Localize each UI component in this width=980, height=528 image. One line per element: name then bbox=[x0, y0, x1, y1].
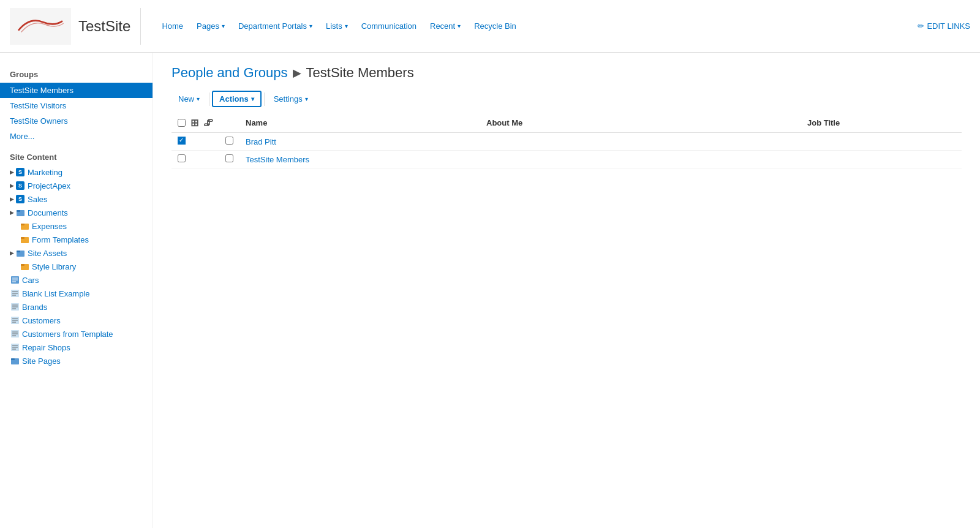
row-checkbox-2[interactable] bbox=[178, 154, 186, 162]
breadcrumb: People and Groups ▶ TestSite Members bbox=[172, 65, 962, 81]
documents-icon bbox=[15, 208, 25, 217]
sidebar: Groups TestSite Members TestSite Visitor… bbox=[0, 53, 153, 528]
new-chevron-icon: ▾ bbox=[197, 96, 200, 102]
projectapex-chevron: ▶ bbox=[10, 183, 14, 189]
sidebar-item-customers-from-template[interactable]: Customers from Template bbox=[0, 327, 153, 341]
svg-rect-5 bbox=[21, 237, 24, 239]
main-nav: Home Pages▾ Department Portals▾ Lists▾ C… bbox=[156, 18, 970, 34]
row-checkbox-checked[interactable] bbox=[178, 137, 186, 145]
sidebar-item-brands[interactable]: Brands bbox=[0, 300, 153, 314]
row-job-cell bbox=[801, 133, 962, 151]
settings-chevron-icon: ▾ bbox=[305, 96, 308, 102]
sales-chevron: ▶ bbox=[10, 196, 14, 202]
toolbar-divider-2 bbox=[264, 92, 265, 106]
row-name-cell-2: TestSite Members bbox=[239, 151, 480, 168]
sidebar-item-form-templates[interactable]: Form Templates bbox=[0, 233, 153, 246]
sidebar-item-testsite-members[interactable]: TestSite Members bbox=[0, 83, 153, 98]
row-item-check-cell bbox=[219, 133, 239, 151]
svg-rect-1 bbox=[17, 210, 20, 212]
nav-dept-portals[interactable]: Department Portals▾ bbox=[232, 18, 318, 34]
sidebar-item-documents[interactable]: ▶ Documents bbox=[0, 206, 153, 219]
marketing-chevron: ▶ bbox=[10, 169, 14, 175]
logo-area: TestSite bbox=[10, 8, 141, 45]
row-check-cell-2 bbox=[172, 151, 219, 168]
sidebar-item-more[interactable]: More... bbox=[0, 129, 153, 144]
sidebar-item-repair-shops[interactable]: Repair Shops bbox=[0, 341, 153, 354]
toolbar: New ▾ Actions ▾ Settings ▾ bbox=[172, 91, 962, 107]
svg-rect-9 bbox=[21, 264, 24, 266]
sales-icon: S bbox=[15, 194, 25, 204]
documents-chevron: ▶ bbox=[10, 209, 14, 216]
nav-recycle-bin[interactable]: Recycle Bin bbox=[468, 18, 522, 34]
sidebar-item-testsite-owners[interactable]: TestSite Owners bbox=[0, 113, 153, 129]
col-header-job: Job Title bbox=[801, 113, 962, 133]
row-check-cell bbox=[172, 133, 219, 151]
row-name-link[interactable]: Brad Pitt bbox=[246, 137, 276, 146]
select-all-checkbox[interactable] bbox=[178, 119, 186, 127]
lists-chevron: ▾ bbox=[345, 23, 348, 29]
blank-list-icon bbox=[10, 289, 20, 298]
logo-svg bbox=[13, 11, 68, 42]
row-job-cell-2 bbox=[801, 151, 962, 168]
breadcrumb-link[interactable]: People and Groups bbox=[172, 65, 288, 81]
nav-communication[interactable]: Communication bbox=[355, 18, 423, 34]
site-content-title: Site Content bbox=[0, 144, 153, 165]
style-library-icon bbox=[20, 262, 29, 271]
nav-lists[interactable]: Lists▾ bbox=[320, 18, 354, 34]
row-name-cell: Brad Pitt bbox=[239, 133, 480, 151]
sidebar-item-sales[interactable]: ▶ S Sales bbox=[0, 192, 153, 206]
content-area: Groups TestSite Members TestSite Visitor… bbox=[0, 53, 980, 528]
actions-button[interactable]: Actions ▾ bbox=[212, 91, 262, 107]
customers-template-icon bbox=[10, 329, 20, 339]
edit-links-button[interactable]: ✏ EDIT LINKS bbox=[918, 21, 970, 31]
sidebar-item-cars[interactable]: Cars bbox=[0, 273, 153, 287]
nav-pages[interactable]: Pages▾ bbox=[190, 18, 231, 34]
row-item-checkbox-2[interactable] bbox=[225, 154, 233, 162]
col-header-about: About Me bbox=[480, 113, 801, 133]
row-about-cell-2 bbox=[480, 151, 801, 168]
col-header-row-check bbox=[219, 113, 239, 133]
cars-icon bbox=[10, 275, 20, 285]
sidebar-item-testsite-visitors[interactable]: TestSite Visitors bbox=[0, 98, 153, 113]
col-header-view-icon[interactable]: ⊞ bbox=[190, 117, 198, 129]
sidebar-item-blank-list[interactable]: Blank List Example bbox=[0, 287, 153, 300]
row-item-check-cell-2 bbox=[219, 151, 239, 168]
projectapex-icon: S bbox=[15, 181, 25, 190]
table-row: Brad Pitt bbox=[172, 133, 962, 151]
header: TestSite Home Pages▾ Department Portals▾… bbox=[0, 0, 980, 53]
nav-home[interactable]: Home bbox=[156, 18, 189, 34]
sidebar-item-site-pages[interactable]: Site Pages bbox=[0, 354, 153, 368]
nav-recent[interactable]: Recent▾ bbox=[424, 18, 467, 34]
site-assets-icon bbox=[15, 248, 25, 258]
table-row: TestSite Members bbox=[172, 151, 962, 168]
actions-chevron-icon: ▾ bbox=[251, 96, 254, 102]
sidebar-item-site-assets[interactable]: ▶ Site Assets bbox=[0, 246, 153, 260]
sidebar-item-expenses[interactable]: Expenses bbox=[0, 219, 153, 233]
site-title: TestSite bbox=[78, 18, 130, 35]
recent-chevron: ▾ bbox=[458, 23, 461, 29]
col-header-check: ⊞ 🖇 bbox=[172, 113, 219, 133]
row-name-link-2[interactable]: TestSite Members bbox=[246, 155, 309, 164]
site-logo bbox=[10, 8, 71, 45]
svg-rect-7 bbox=[17, 251, 20, 252]
breadcrumb-arrow: ▶ bbox=[293, 66, 301, 80]
main-content: People and Groups ▶ TestSite Members New… bbox=[153, 53, 980, 528]
pencil-icon: ✏ bbox=[918, 21, 924, 31]
form-templates-icon bbox=[20, 235, 29, 244]
sidebar-item-projectapex[interactable]: ▶ S ProjectApex bbox=[0, 179, 153, 192]
pages-chevron: ▾ bbox=[222, 23, 225, 29]
marketing-icon: S bbox=[15, 167, 25, 177]
settings-button[interactable]: Settings ▾ bbox=[267, 91, 315, 107]
row-about-cell bbox=[480, 133, 801, 151]
toolbar-divider bbox=[209, 92, 209, 106]
sidebar-item-customers[interactable]: Customers bbox=[0, 314, 153, 327]
col-header-attach-icon[interactable]: 🖇 bbox=[203, 118, 213, 129]
repair-shops-icon bbox=[10, 342, 20, 352]
brands-icon bbox=[10, 302, 20, 312]
sidebar-item-marketing[interactable]: ▶ S Marketing bbox=[0, 165, 153, 179]
row-item-checkbox[interactable] bbox=[225, 137, 233, 145]
sidebar-item-style-library[interactable]: Style Library bbox=[0, 260, 153, 273]
expenses-icon bbox=[20, 221, 29, 231]
new-button[interactable]: New ▾ bbox=[172, 91, 206, 107]
people-table: ⊞ 🖇 Name About Me Job Title bbox=[172, 113, 962, 168]
